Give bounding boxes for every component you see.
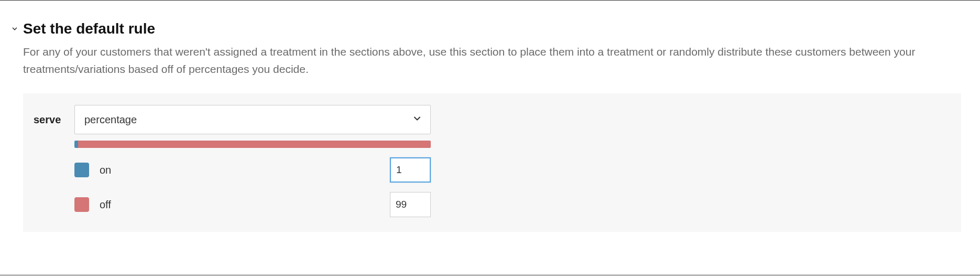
default-rule-section: Set the default rule For any of your cus… bbox=[0, 1, 980, 232]
bar-segment-off bbox=[78, 141, 431, 148]
treatment-row-off: off bbox=[74, 192, 431, 217]
section-title: Set the default rule bbox=[23, 20, 155, 37]
serve-label: serve bbox=[34, 114, 65, 126]
default-rule-panel: serve percentage on off bbox=[23, 93, 961, 232]
treatment-row-on: on bbox=[74, 157, 431, 183]
serve-select-value: percentage bbox=[84, 114, 137, 126]
treatment-label-on: on bbox=[100, 164, 111, 176]
serve-select[interactable]: percentage bbox=[74, 105, 431, 134]
chevron-down-icon bbox=[10, 25, 19, 33]
bar-segment-on bbox=[74, 141, 78, 148]
color-swatch-on bbox=[74, 163, 89, 177]
percentage-input-on[interactable] bbox=[390, 157, 431, 183]
percentage-bar[interactable] bbox=[74, 141, 431, 148]
section-description: For any of your customers that weren't a… bbox=[23, 44, 945, 78]
section-heading-row[interactable]: Set the default rule bbox=[10, 20, 970, 37]
treatment-label-off: off bbox=[100, 199, 111, 211]
percentage-input-off[interactable] bbox=[390, 192, 431, 217]
serve-select-wrapper: percentage bbox=[74, 105, 431, 134]
color-swatch-off bbox=[74, 197, 89, 212]
serve-row: serve percentage bbox=[34, 105, 951, 134]
divider-bottom bbox=[0, 275, 980, 275]
